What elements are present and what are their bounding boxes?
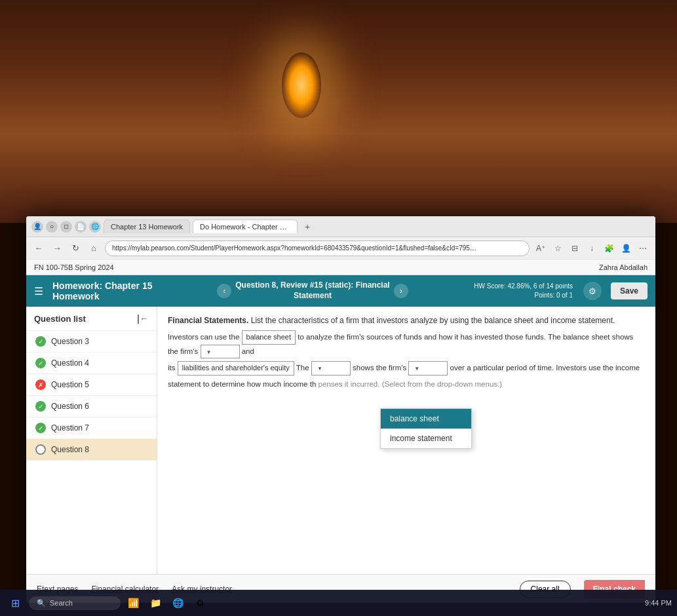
taskbar-folder-icon[interactable]: 📁 — [147, 594, 164, 611]
dropdown-popup: balance sheet income statement — [380, 408, 472, 449]
search-icon: 🔍 — [37, 599, 46, 607]
question-line-2: its liabilities and shareholder's equity… — [168, 361, 645, 375]
content-area: ☰ Homework: Chapter 15 Homework ‹ Questi… — [26, 275, 655, 603]
next-question-button[interactable]: › — [394, 284, 408, 298]
homework-header: ☰ Homework: Chapter 15 Homework ‹ Questi… — [26, 275, 655, 307]
font-size-icon[interactable]: A⁺ — [533, 241, 548, 256]
menu-icon[interactable]: ☰ — [34, 285, 43, 298]
profile-icon[interactable]: 👤 — [619, 241, 633, 256]
taskbar-chrome-icon[interactable]: 🌐 — [169, 594, 186, 611]
browser-titlebar: 👤 ○ □ 📄 🌐 Chapter 13 Homework Do Homewor… — [26, 216, 655, 237]
question-list-sidebar: Question list |← ✓ Question 3 ✓ Question… — [26, 307, 157, 574]
download-icon[interactable]: ↓ — [585, 241, 599, 256]
browser-icon-square: □ — [60, 221, 72, 233]
taskbar-wifi-icon[interactable]: 📶 — [125, 594, 142, 611]
dropdown-revenue[interactable] — [408, 361, 448, 375]
taskbar-app-icons: 📶 📁 🌐 ⚙ — [125, 594, 641, 611]
homework-title: Homework: Chapter 15 Homework — [52, 280, 180, 301]
q4-label: Question 4 — [51, 358, 89, 368]
taskbar-search-box[interactable]: 🔍 Search — [29, 596, 121, 610]
status-correct-icon: ✓ — [35, 423, 46, 433]
browser-icon-shield: 🌐 — [89, 221, 101, 233]
question-section-label: Financial Statements. List the character… — [168, 316, 645, 325]
toolbar-icons: A⁺ ☆ ⊟ ↓ 🧩 👤 ⋯ — [533, 241, 650, 256]
taskbar-app1-icon[interactable]: ⚙ — [191, 594, 208, 611]
windows-taskbar: ⊞ 🔍 Search 📶 📁 🌐 ⚙ 9:44 PM — [0, 590, 677, 616]
q8-label: Question 8 — [51, 445, 89, 454]
home-button[interactable]: ⌂ — [87, 241, 101, 256]
sidebar-item-q5[interactable]: ✗ Question 5 — [26, 374, 157, 396]
q7-label: Question 7 — [51, 423, 89, 433]
status-correct-icon: ✓ — [35, 358, 46, 368]
q5-label: Question 5 — [51, 380, 89, 389]
refresh-button[interactable]: ↻ — [68, 241, 83, 256]
hw-score-label: HW Score: 42.86%, 6 of 14 points — [474, 282, 573, 291]
dropdown-option-balance-sheet[interactable]: balance sheet — [381, 409, 471, 429]
site-course-label: FN 100-75B Spring 2024 — [34, 263, 114, 271]
sidebar-collapse-button[interactable]: |← — [137, 313, 149, 324]
question-title: Question 8, Review #15 (static): Financi… — [235, 280, 389, 301]
site-username: Zahra Abdallah — [599, 263, 648, 271]
browser-window: 👤 ○ □ 📄 🌐 Chapter 13 Homework Do Homewor… — [26, 216, 655, 603]
balance-sheet-filled-box: balance sheet — [242, 330, 296, 345]
tab-chapter13[interactable]: Chapter 13 Homework — [104, 220, 190, 233]
hw-score-area: HW Score: 42.86%, 6 of 14 points Points:… — [445, 282, 573, 300]
question-nav: ‹ Question 8, Review #15 (static): Finan… — [185, 280, 440, 301]
status-unanswered-icon — [35, 444, 46, 455]
sidebar-item-q6[interactable]: ✓ Question 6 — [26, 396, 157, 417]
new-tab-button[interactable]: + — [300, 220, 315, 234]
settings-icon[interactable]: ⋯ — [636, 241, 650, 256]
search-label: Search — [50, 599, 73, 607]
taskbar-time: 9:44 PM — [645, 598, 672, 607]
dropdown-option-income-statement[interactable]: income statement — [381, 429, 471, 448]
browser-toolbar: ← → ↻ ⌂ https://mylab.pearson.com/Studen… — [26, 237, 655, 260]
browser-icon-doc: 📄 — [75, 221, 87, 233]
q3-label: Question 3 — [51, 337, 89, 346]
hw-points-label: Points: 0 of 1 — [535, 291, 573, 300]
extension-icon[interactable]: 🧩 — [602, 241, 616, 256]
sidebar-item-q3[interactable]: ✓ Question 3 — [26, 331, 157, 353]
liabilities-filled-box: liabilities and shareholder's equity — [178, 361, 294, 375]
question-content-area: Financial Statements. List the character… — [157, 307, 655, 574]
dropdown-assets[interactable] — [201, 345, 240, 359]
main-layout: Question list |← ✓ Question 3 ✓ Question… — [26, 307, 655, 574]
question-line-3: statement to determine how much income t… — [168, 378, 645, 390]
lamp — [282, 52, 321, 118]
status-correct-icon: ✓ — [35, 401, 46, 412]
q6-label: Question 6 — [51, 402, 89, 411]
status-correct-icon: ✓ — [35, 336, 46, 347]
browser-icon-circle: ○ — [46, 221, 58, 233]
sidebar-item-q7[interactable]: ✓ Question 7 — [26, 417, 157, 439]
forward-button[interactable]: → — [50, 241, 64, 256]
start-button[interactable]: ⊞ — [5, 593, 25, 613]
back-button[interactable]: ← — [31, 241, 46, 256]
star-icon[interactable]: ☆ — [551, 241, 565, 256]
dropdown-statement-type[interactable] — [311, 361, 351, 375]
taskbar-right: 9:44 PM — [645, 598, 672, 607]
sidebar-item-q4[interactable]: ✓ Question 4 — [26, 353, 157, 374]
sidebar-item-q8[interactable]: Question 8 — [26, 439, 157, 461]
address-bar[interactable]: https://mylab.pearson.com/Student/Player… — [105, 241, 530, 256]
sidebar-title: Question list — [34, 314, 86, 324]
collections-icon[interactable]: ⊟ — [568, 241, 582, 256]
tab-chapter15[interactable]: Do Homework - Chapter 15 Hom… — [193, 220, 298, 233]
hw-settings-button[interactable]: ⚙ — [583, 282, 602, 300]
status-incorrect-icon: ✗ — [35, 379, 46, 390]
site-header-bar: FN 100-75B Spring 2024 Zahra Abdallah — [26, 260, 655, 275]
browser-icon-user: 👤 — [31, 221, 43, 233]
prev-question-button[interactable]: ‹ — [217, 284, 231, 298]
sidebar-header: Question list |← — [26, 307, 157, 331]
room-background — [0, 0, 677, 223]
question-line-1: Investors can use the balance sheet to a… — [168, 330, 645, 358]
hw-save-button[interactable]: Save — [611, 282, 648, 299]
